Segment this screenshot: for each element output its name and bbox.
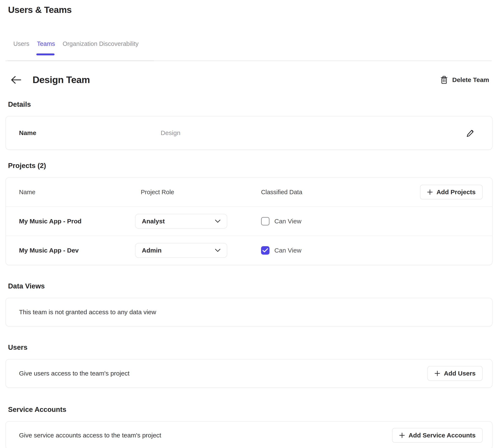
plus-icon xyxy=(434,370,440,376)
plus-icon xyxy=(399,432,405,438)
projects-card: Name Project Role Classified Data Add Pr… xyxy=(5,177,493,265)
chevron-down-icon xyxy=(215,220,221,223)
column-header-classified-data: Classified Data xyxy=(261,189,420,196)
add-service-accounts-button[interactable]: Add Service Accounts xyxy=(392,428,482,443)
service-accounts-heading: Service Accounts xyxy=(8,405,498,414)
delete-team-button[interactable]: Delete Team xyxy=(439,74,490,86)
delete-team-label: Delete Team xyxy=(452,76,489,83)
arrow-left-icon xyxy=(11,76,22,84)
projects-heading: Projects (2) xyxy=(8,162,498,170)
can-view-checkbox[interactable] xyxy=(261,246,270,255)
trash-icon xyxy=(440,76,448,84)
team-title: Design Team xyxy=(32,74,90,85)
data-views-heading: Data Views xyxy=(8,282,498,290)
tab-bar: Users Teams Organization Discoverability xyxy=(0,40,498,49)
back-button[interactable] xyxy=(10,74,22,86)
chevron-down-icon xyxy=(215,249,221,252)
service-accounts-card: Give service accounts access to the team… xyxy=(5,421,493,448)
can-view-label: Can View xyxy=(274,247,301,254)
tab-users[interactable]: Users xyxy=(13,40,29,49)
add-projects-button[interactable]: Add Projects xyxy=(420,185,482,199)
project-role-value: Admin xyxy=(142,247,161,254)
projects-table-header: Name Project Role Classified Data Add Pr… xyxy=(6,178,492,207)
service-accounts-empty-text: Give service accounts access to the team… xyxy=(19,432,392,439)
name-label: Name xyxy=(19,129,161,137)
project-role-value: Analyst xyxy=(142,218,165,225)
tab-teams[interactable]: Teams xyxy=(37,40,55,49)
details-card: Name Design xyxy=(5,116,493,150)
tab-organization-discoverability[interactable]: Organization Discoverability xyxy=(63,40,138,49)
users-heading: Users xyxy=(8,343,498,352)
users-card: Give users access to the team's project … xyxy=(5,359,493,388)
add-service-accounts-label: Add Service Accounts xyxy=(409,432,476,439)
add-users-label: Add Users xyxy=(444,370,476,377)
checkmark-icon xyxy=(262,248,268,253)
page-title: Users & Teams xyxy=(0,0,498,15)
project-name: My Music App - Dev xyxy=(19,247,135,254)
details-heading: Details xyxy=(8,100,498,108)
column-header-name: Name xyxy=(19,189,135,196)
users-teams-page: Users & Teams Users Teams Organization D… xyxy=(0,0,498,448)
pencil-icon xyxy=(466,128,475,137)
edit-name-button[interactable] xyxy=(466,128,476,138)
name-value: Design xyxy=(161,129,466,137)
tab-bar-divider xyxy=(5,61,492,61)
users-empty-text: Give users access to the team's project xyxy=(19,370,427,377)
team-header: Design Team Delete Team xyxy=(10,72,490,88)
table-row: My Music App - Prod Analyst xyxy=(6,207,492,236)
project-role-select[interactable]: Analyst xyxy=(135,214,227,229)
project-name: My Music App - Prod xyxy=(19,218,135,225)
table-row: My Music App - Dev Admin xyxy=(6,236,492,265)
plus-icon xyxy=(427,189,433,195)
add-users-button[interactable]: Add Users xyxy=(427,366,482,381)
add-projects-label: Add Projects xyxy=(436,189,476,196)
can-view-checkbox[interactable] xyxy=(261,217,270,225)
project-role-select[interactable]: Admin xyxy=(135,243,227,258)
can-view-label: Can View xyxy=(274,218,301,225)
column-header-project-role: Project Role xyxy=(135,189,261,196)
data-views-empty-text: This team is not granted access to any d… xyxy=(19,308,482,316)
data-views-card: This team is not granted access to any d… xyxy=(5,298,493,326)
